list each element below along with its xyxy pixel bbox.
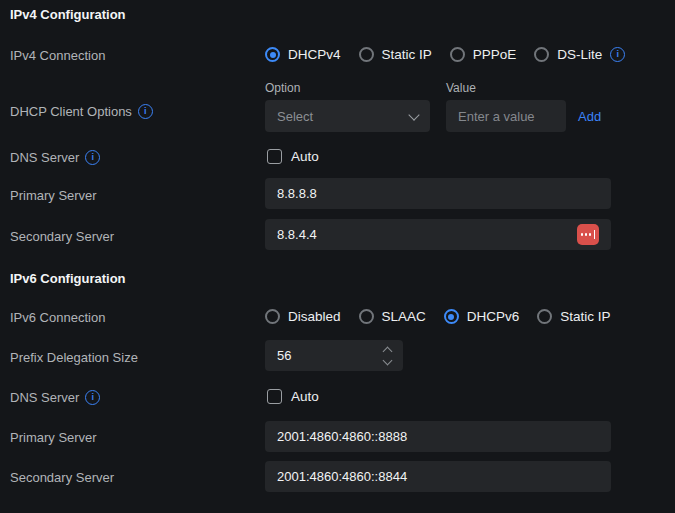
ipv6-secondary-server-input[interactable]	[265, 461, 611, 492]
prefix-delegation-stepper[interactable]: 56	[265, 340, 403, 371]
value-column-label: Value	[446, 82, 476, 95]
password-manager-autofill-icon[interactable]	[577, 224, 599, 245]
chevron-down-icon	[408, 109, 419, 120]
radio-selected-icon	[444, 309, 459, 324]
ipv6-connection-radio-group: Disabled SLAAC DHCPv6 Static IP	[265, 308, 611, 325]
radio-selected-icon	[265, 47, 280, 62]
dhcp-client-options-label: DHCP Client Options i	[10, 104, 153, 119]
add-button[interactable]: Add	[578, 109, 601, 124]
radio-icon	[450, 47, 465, 62]
option-column-label: Option	[265, 82, 300, 95]
ipv4-section-title: IPv4 Configuration	[10, 7, 126, 22]
ipv6-secondary-server-label: Secondary Server	[10, 470, 114, 485]
ipv6-dns-server-label: DNS Server i	[10, 390, 100, 405]
ipv6-connection-label: IPv6 Connection	[10, 310, 105, 325]
ipv4-connection-label: IPv4 Connection	[10, 48, 105, 63]
ipv6-primary-server-input[interactable]	[265, 421, 611, 452]
radio-icon	[534, 47, 549, 62]
select-placeholder: Select	[277, 109, 313, 124]
stepper-down-icon[interactable]	[383, 355, 393, 365]
ipv4-dns-server-label: DNS Server i	[10, 150, 100, 165]
radio-icon	[537, 309, 552, 324]
stepper-up-icon[interactable]	[383, 346, 393, 356]
prefix-delegation-value: 56	[277, 348, 291, 363]
ipv4-secondary-server-input[interactable]	[265, 219, 611, 250]
ipv4-dns-auto-checkbox[interactable]: Auto	[267, 148, 319, 165]
ipv4-connection-radio-group: DHCPv4 Static IP PPPoE DS-Lite i	[265, 46, 625, 63]
radio-icon	[359, 47, 374, 62]
radio-dhcpv4[interactable]: DHCPv4	[265, 47, 341, 63]
ipv4-primary-server-label: Primary Server	[10, 188, 97, 203]
ipv4-primary-server-input[interactable]	[265, 178, 611, 209]
radio-pppoe[interactable]: PPPoE	[450, 47, 517, 63]
radio-static-ip-v6[interactable]: Static IP	[537, 309, 610, 325]
ds-lite-info-icon[interactable]: i	[610, 47, 625, 62]
radio-dhcpv6[interactable]: DHCPv6	[444, 309, 520, 325]
wan-settings-panel: IPv4 Configuration IPv4 Connection DHCPv…	[0, 0, 675, 513]
ipv6-dns-info-icon[interactable]: i	[85, 390, 100, 405]
dhcp-client-options-info-icon[interactable]: i	[138, 104, 153, 119]
radio-icon	[359, 309, 374, 324]
ipv6-primary-server-label: Primary Server	[10, 430, 97, 445]
radio-disabled[interactable]: Disabled	[265, 309, 341, 325]
ipv6-dns-auto-checkbox[interactable]: Auto	[267, 388, 319, 405]
checkbox-unchecked-icon	[267, 149, 282, 164]
ipv4-dns-info-icon[interactable]: i	[85, 150, 100, 165]
dhcp-option-select[interactable]: Select	[265, 100, 430, 132]
ipv6-section-title: IPv6 Configuration	[10, 271, 126, 286]
prefix-delegation-size-label: Prefix Delegation Size	[10, 350, 138, 365]
radio-icon	[265, 309, 280, 324]
dhcp-value-input[interactable]	[446, 100, 566, 132]
checkbox-unchecked-icon	[267, 389, 282, 404]
radio-ds-lite[interactable]: DS-Lite i	[534, 47, 625, 63]
ipv4-secondary-server-label: Secondary Server	[10, 229, 114, 244]
radio-slaac[interactable]: SLAAC	[359, 309, 426, 325]
radio-static-ip[interactable]: Static IP	[359, 47, 432, 63]
stepper-arrows	[384, 348, 391, 364]
